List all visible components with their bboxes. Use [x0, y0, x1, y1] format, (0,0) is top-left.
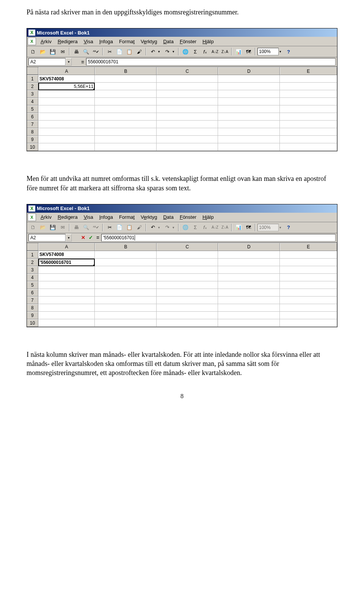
cell-d1[interactable] [218, 251, 279, 259]
sort-asc-icon[interactable]: A↓Z [210, 47, 220, 56]
menu-visa[interactable]: Visa [81, 213, 96, 221]
cell-a1[interactable]: SKV574008 [38, 251, 95, 259]
menu-arkiv[interactable]: Arkiv [38, 213, 55, 221]
row-header-7[interactable]: 7 [27, 121, 38, 128]
zoom-box[interactable]: 100% [257, 48, 279, 55]
mail-icon[interactable]: ✉ [58, 47, 67, 56]
help-icon[interactable]: ? [284, 47, 293, 56]
name-box[interactable]: A2 [28, 58, 66, 66]
row-header-7[interactable]: 7 [27, 297, 38, 304]
select-all-corner[interactable] [27, 243, 38, 251]
menu-fonster[interactable]: Fönster [177, 213, 199, 221]
menu-visa[interactable]: Visa [81, 38, 96, 45]
cell-c1[interactable] [157, 75, 218, 83]
copy-icon[interactable]: 📄 [115, 223, 124, 232]
col-header-b[interactable]: B [95, 243, 156, 251]
cell-c2[interactable] [157, 259, 218, 266]
select-all-corner[interactable] [27, 67, 38, 75]
function-icon[interactable]: fₓ [201, 47, 210, 56]
paste-icon[interactable]: 📋 [125, 223, 134, 232]
row-header-9[interactable]: 9 [27, 136, 38, 143]
row-header-5[interactable]: 5 [27, 105, 38, 113]
drawing-icon[interactable]: 🗺 [244, 223, 253, 232]
menu-hjalp[interactable]: Hjälp [199, 213, 217, 221]
undo-icon[interactable]: ↶ [148, 47, 157, 56]
menu-data[interactable]: Data [160, 213, 176, 221]
cell-c1[interactable] [157, 251, 218, 259]
undo-dropdown-icon[interactable]: ▾ [158, 50, 162, 53]
row-header-3[interactable]: 3 [27, 90, 38, 98]
help-icon[interactable]: ? [284, 223, 293, 232]
sort-desc-icon[interactable]: Z↓A [220, 47, 229, 56]
format-painter-icon[interactable]: 🖌 [135, 47, 144, 56]
row-header-10[interactable]: 10 [27, 143, 38, 151]
undo-icon[interactable]: ↶ [148, 223, 157, 232]
name-box-dropdown-icon[interactable]: ▾ [66, 58, 72, 66]
menu-format[interactable]: Format [116, 38, 138, 45]
cancel-icon[interactable]: ✕ [79, 234, 87, 241]
cell-b1[interactable] [95, 75, 156, 83]
cell-a1[interactable]: SKV574008 [38, 75, 95, 83]
new-icon[interactable]: 🗋 [28, 47, 38, 56]
enter-icon[interactable]: ✓ [87, 234, 94, 241]
row-header-3[interactable]: 3 [27, 266, 38, 274]
formula-input[interactable]: '556000016701 [101, 234, 336, 242]
cell-b2[interactable] [95, 83, 156, 90]
menu-infoga[interactable]: Infoga [96, 213, 116, 221]
menu-redigera[interactable]: Redigera [55, 38, 81, 45]
save-icon[interactable]: 💾 [48, 47, 57, 56]
chart-icon[interactable]: 📊 [234, 223, 243, 232]
cut-icon[interactable]: ✂ [105, 47, 114, 56]
row-header-1[interactable]: 1 [27, 75, 38, 83]
cell-b1[interactable] [95, 251, 156, 259]
row-header-4[interactable]: 4 [27, 98, 38, 105]
cell-e2[interactable] [280, 83, 337, 90]
cut-icon[interactable]: ✂ [105, 223, 114, 232]
print-icon[interactable]: 🖶 [72, 47, 81, 56]
cell-d2[interactable] [218, 259, 279, 266]
row-header-1[interactable]: 1 [27, 251, 38, 259]
cell-a2[interactable]: 5,56E+11 [38, 83, 95, 90]
menu-data[interactable]: Data [160, 38, 176, 45]
col-header-e[interactable]: E [280, 67, 337, 75]
name-box-dropdown-icon[interactable]: ▾ [66, 234, 72, 242]
col-header-d[interactable]: D [218, 243, 279, 251]
name-box[interactable]: A2 [28, 234, 66, 242]
print-preview-icon[interactable]: 🔍 [82, 47, 91, 56]
row-header-5[interactable]: 5 [27, 281, 38, 289]
cell-c2[interactable] [157, 83, 218, 90]
drawing-icon[interactable]: 🗺 [244, 47, 253, 56]
row-header-2[interactable]: 2 [27, 83, 38, 90]
row-header-6[interactable]: 6 [27, 289, 38, 297]
copy-icon[interactable]: 📄 [115, 47, 124, 56]
col-header-e[interactable]: E [280, 243, 337, 251]
menu-format[interactable]: Format [116, 213, 138, 221]
cell-d1[interactable] [218, 75, 279, 83]
zoom-dropdown-icon[interactable]: ▾ [279, 50, 283, 53]
row-header-2[interactable]: 2 [27, 259, 38, 266]
cell-b2[interactable] [95, 259, 156, 266]
col-header-c[interactable]: C [157, 67, 218, 75]
spellcheck-icon[interactable]: ᴬᴮ✔ [91, 47, 100, 56]
col-header-d[interactable]: D [218, 67, 279, 75]
save-icon[interactable]: 💾 [48, 223, 57, 232]
menu-hjalp[interactable]: Hjälp [199, 38, 217, 45]
menu-redigera[interactable]: Redigera [55, 213, 81, 221]
cell-a2[interactable]: '556000016701 [38, 259, 95, 266]
open-icon[interactable]: 📂 [38, 47, 47, 56]
col-header-c[interactable]: C [157, 243, 218, 251]
row-header-8[interactable]: 8 [27, 128, 38, 136]
row-header-10[interactable]: 10 [27, 319, 38, 327]
autosum-icon[interactable]: Σ [191, 47, 200, 56]
cell-d2[interactable] [218, 83, 279, 90]
menu-verktyg[interactable]: Verktyg [138, 213, 160, 221]
formula-input[interactable]: 556000016701 [86, 58, 336, 66]
menu-fonster[interactable]: Fönster [177, 38, 199, 45]
redo-icon[interactable]: ↷ [163, 47, 172, 56]
row-header-8[interactable]: 8 [27, 304, 38, 312]
row-header-6[interactable]: 6 [27, 113, 38, 121]
cell-e2[interactable] [280, 259, 337, 266]
redo-dropdown-icon[interactable]: ▾ [173, 50, 176, 53]
cell-e1[interactable] [280, 75, 337, 83]
cell-e1[interactable] [280, 251, 337, 259]
